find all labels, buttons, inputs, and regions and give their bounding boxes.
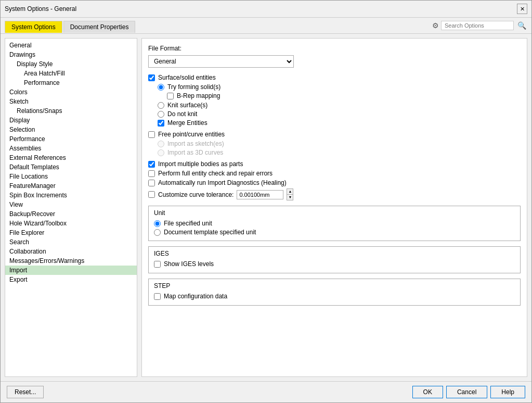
sidebar-item-import[interactable]: Import [5,266,137,275]
knit-surfaces-radio[interactable] [158,102,164,109]
search-icon[interactable]: 🔍 [516,20,527,31]
sidebar-item-featuremanager[interactable]: FeatureManager [5,181,137,191]
sidebar-item-display-style[interactable]: Display Style [5,59,137,69]
merge-entities-checkbox[interactable] [158,120,164,127]
action-buttons: OK Cancel Help [412,386,525,398]
tab-bar: System Options Document Properties ⚙ 🔍 [1,18,531,34]
do-not-knit-label: Do not knit [167,110,197,118]
sidebar-item-sketch[interactable]: Sketch [5,97,137,106]
auto-run-import-checkbox[interactable] [148,180,155,186]
free-point-curve-row: Free point/curve entities [148,131,521,138]
ok-button[interactable]: OK [412,386,443,398]
sidebar-item-colors[interactable]: Colors [5,87,137,97]
surface-solid-row: Surface/solid entities [148,74,521,81]
title-bar-controls: ✕ [517,4,527,14]
doc-template-unit-label: Document template specified unit [164,229,256,236]
b-rep-mapping-row: B-Rep mapping [167,92,521,99]
close-button[interactable]: ✕ [517,4,527,14]
iges-group-title: IGES [154,250,515,257]
import-as-3d-curves-label: Import as 3D curves [167,149,223,156]
bottom-bar: Reset... OK Cancel Help [1,381,531,402]
customize-curve-label: Customize curve tolerance: [158,191,233,198]
tab-system-options[interactable]: System Options [5,21,62,33]
free-point-curve-label: Free point/curve entities [158,131,225,138]
knit-surfaces-row: Knit surface(s) [158,102,521,109]
sidebar-item-drawings[interactable]: Drawings [5,50,137,59]
title-bar: System Options - General ✕ [1,1,531,18]
sidebar-item-search[interactable]: Search [5,237,137,247]
import-as-sketches-label: Import as sketch(es) [167,140,224,147]
b-rep-mapping-label: B-Rep mapping [177,92,220,99]
sidebar-item-export[interactable]: Export [5,275,137,284]
sidebar-item-performance[interactable]: Performance [5,134,137,144]
sidebar-item-assemblies[interactable]: Assemblies [5,144,137,153]
show-iges-levels-row: Show IGES levels [154,260,515,268]
perform-full-entity-label: Perform full entity check and repair err… [158,170,273,177]
surface-solid-section: Surface/solid entities Try forming solid… [148,74,521,127]
sidebar-item-messages-errors-warnings[interactable]: Messages/Errors/Warnings [5,256,137,266]
import-multiple-bodies-row: Import multiple bodies as parts [148,160,521,168]
free-point-curve-checkbox[interactable] [148,131,155,138]
sidebar-item-backup-recover[interactable]: Backup/Recover [5,209,137,219]
main-panel: File Format: General IGES STEP DXF/DWG S… [141,38,527,377]
sidebar-item-file-locations[interactable]: File Locations [5,172,137,181]
perform-full-entity-row: Perform full entity check and repair err… [148,170,521,177]
map-configuration-checkbox[interactable] [154,293,161,300]
sidebar-item-performance-drawings[interactable]: Performance [5,78,137,87]
customize-curve-checkbox[interactable] [148,191,155,198]
unit-group: Unit File specified unit Document templa… [148,206,521,241]
file-format-dropdown[interactable]: General IGES STEP DXF/DWG STL [148,55,294,68]
sidebar-item-display[interactable]: Display [5,116,137,125]
sidebar-item-view[interactable]: View [5,200,137,209]
sidebar-item-relations-snaps[interactable]: Relations/Snaps [5,106,137,116]
tab-document-properties[interactable]: Document Properties [63,21,136,33]
surface-solid-label: Surface/solid entities [158,74,216,81]
file-specified-unit-label: File specified unit [164,220,212,227]
sidebar: General Drawings Display Style Area Hatc… [5,38,137,377]
sidebar-item-external-references[interactable]: External References [5,153,137,162]
spinner-down-icon[interactable]: ▼ [287,195,293,200]
sidebar-item-collaboration[interactable]: Collaboration [5,247,137,256]
knit-surfaces-label: Knit surface(s) [167,102,207,109]
window-title: System Options - General [5,5,76,12]
tolerance-spinner[interactable]: ▲ ▼ [287,188,293,200]
show-iges-levels-checkbox[interactable] [154,261,161,268]
unit-group-title: Unit [154,209,515,217]
tolerance-input[interactable] [237,190,283,199]
cancel-button[interactable]: Cancel [446,386,487,398]
show-iges-levels-label: Show IGES levels [164,260,214,268]
tabs: System Options Document Properties [5,21,135,33]
help-button[interactable]: Help [490,386,525,398]
sidebar-item-selection[interactable]: Selection [5,125,137,134]
sidebar-item-file-explorer[interactable]: File Explorer [5,228,137,237]
doc-template-unit-radio[interactable] [154,229,161,236]
try-forming-solids-label: Try forming solid(s) [167,83,220,91]
do-not-knit-radio[interactable] [158,111,164,118]
sidebar-item-default-templates[interactable]: Default Templates [5,162,137,172]
step-group: STEP Map configuration data [148,279,521,306]
perform-full-entity-checkbox[interactable] [148,170,155,177]
reset-button[interactable]: Reset... [7,386,44,398]
curve-tolerance-row: Customize curve tolerance: ▲ ▼ [148,188,521,200]
try-forming-solids-row: Try forming solid(s) [158,83,521,91]
sidebar-item-area-hatch-fill[interactable]: Area Hatch/Fill [5,69,137,78]
sidebar-item-spin-box-increments[interactable]: Spin Box Increments [5,191,137,200]
import-as-sketches-row: Import as sketch(es) [158,140,521,147]
import-multiple-bodies-label: Import multiple bodies as parts [158,160,243,168]
sidebar-item-hole-wizard-toolbox[interactable]: Hole Wizard/Toolbox [5,219,137,228]
import-multiple-bodies-checkbox[interactable] [148,161,155,168]
file-format-label: File Format: [148,45,521,52]
file-specified-unit-radio[interactable] [154,220,161,227]
gear-icon: ⚙ [432,21,439,30]
surface-solid-checkbox[interactable] [148,74,155,81]
content-area: General Drawings Display Style Area Hatc… [1,34,531,381]
import-as-sketches-radio[interactable] [158,141,164,147]
free-point-section: Free point/curve entities Import as sket… [148,131,521,156]
b-rep-mapping-checkbox[interactable] [167,93,174,99]
merge-entities-label: Merge Entities [167,119,207,127]
import-as-3d-curves-radio[interactable] [158,149,164,156]
try-forming-solids-radio[interactable] [158,84,164,91]
sidebar-item-general[interactable]: General [5,41,137,50]
spinner-up-icon[interactable]: ▲ [287,189,293,195]
search-input[interactable] [441,21,514,30]
